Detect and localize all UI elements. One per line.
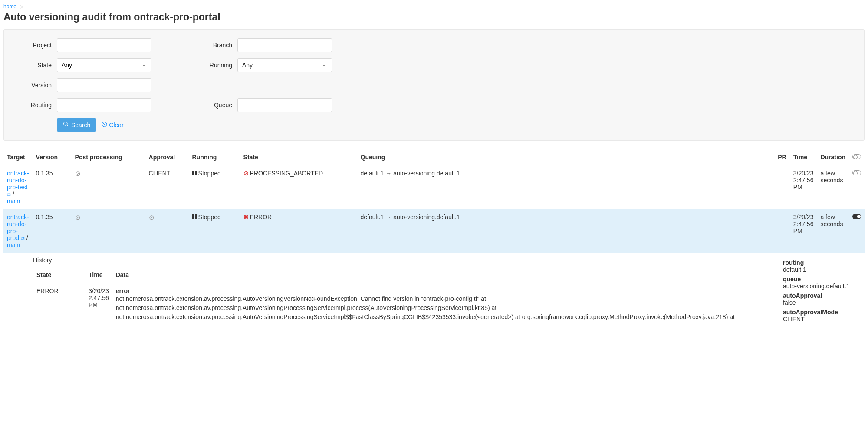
- external-link-icon[interactable]: ⧉: [21, 235, 25, 241]
- version-label: Version: [10, 82, 57, 89]
- target-project-link[interactable]: ontrack-run-do-pro-test: [7, 170, 29, 191]
- col-state: State: [240, 149, 357, 165]
- null-icon: ⊘: [149, 214, 155, 221]
- col-approval: Approval: [145, 149, 189, 165]
- col-version: Version: [33, 149, 72, 165]
- branch-input[interactable]: [237, 38, 332, 52]
- running-text: Stopped: [198, 170, 221, 177]
- routing-label: Routing: [10, 102, 57, 109]
- clear-button-label: Clear: [109, 122, 123, 128]
- running-label: Running: [191, 62, 237, 69]
- routing-input[interactable]: [57, 98, 151, 112]
- svg-line-1: [67, 125, 68, 126]
- cell-version: 0.1.35: [33, 165, 72, 209]
- queuing-right: auto-versioning.default.1: [393, 170, 460, 177]
- null-icon: ⊘: [75, 214, 81, 221]
- routing-detail-label: routing: [783, 259, 861, 266]
- queuing-left: default.1: [361, 170, 384, 177]
- search-button-label: Search: [71, 122, 90, 128]
- error-label: error: [116, 287, 766, 294]
- table-row: ontrack-run-do-pro-test ⧉ / main 0.1.35 …: [3, 165, 865, 209]
- queuing-left: default.1: [361, 214, 384, 221]
- col-target: Target: [3, 149, 33, 165]
- queue-detail-label: queue: [783, 276, 861, 283]
- col-running: Running: [189, 149, 240, 165]
- target-branch-link[interactable]: main: [7, 198, 20, 204]
- cell-duration: a few seconds: [817, 165, 849, 209]
- pause-icon: [192, 214, 197, 219]
- cell-time: 3/20/23 2:47:56 PM: [790, 209, 817, 253]
- running-select[interactable]: Any: [237, 58, 332, 72]
- clear-button[interactable]: Clear: [102, 122, 123, 128]
- cell-duration: a few seconds: [817, 209, 849, 253]
- history-col-state: State: [33, 267, 85, 283]
- arrow-right-icon: →: [385, 214, 391, 221]
- queue-input[interactable]: [237, 98, 332, 112]
- queue-label: Queue: [191, 102, 237, 109]
- toggle-all-icon[interactable]: [852, 154, 861, 159]
- cell-approval: CLIENT: [145, 165, 189, 209]
- queuing-right: auto-versioning.default.1: [393, 214, 460, 221]
- col-pr: PR: [774, 149, 789, 165]
- clear-icon: [102, 122, 107, 128]
- search-panel: Project Branch State Any Running Any Ver…: [3, 29, 865, 141]
- svg-point-0: [64, 122, 67, 125]
- queue-detail-value: auto-versioning.default.1: [783, 283, 861, 290]
- search-button[interactable]: Search: [57, 118, 96, 132]
- branch-label: Branch: [191, 42, 237, 49]
- target-project-link[interactable]: ontrack-run-do-pro-prod: [7, 214, 29, 241]
- history-title: History: [33, 257, 770, 264]
- col-time: Time: [790, 149, 817, 165]
- col-toggle: [849, 149, 865, 165]
- target-branch-link[interactable]: main: [7, 241, 20, 248]
- cell-version: 0.1.35: [33, 209, 72, 253]
- breadcrumb: home ▷: [3, 3, 865, 10]
- col-post-processing: Post processing: [72, 149, 145, 165]
- state-select[interactable]: Any: [57, 58, 151, 72]
- state-label: State: [10, 62, 57, 69]
- aborted-icon: ⊘: [243, 170, 249, 177]
- history-time: 3/20/23 2:47:56 PM: [85, 283, 112, 326]
- cell-time: 3/20/23 2:47:56 PM: [790, 165, 817, 209]
- table-row: ontrack-run-do-pro-prod ⧉ / main 0.1.35 …: [3, 209, 865, 253]
- autoapprovalmode-detail-label: autoApprovalMode: [783, 309, 861, 316]
- autoapproval-detail-value: false: [783, 299, 861, 306]
- routing-detail-value: default.1: [783, 266, 861, 273]
- autoapprovalmode-detail-value: CLIENT: [783, 316, 861, 323]
- arrow-right-icon: →: [385, 170, 391, 177]
- breadcrumb-home[interactable]: home: [3, 3, 16, 10]
- expand-toggle[interactable]: [852, 170, 861, 175]
- external-link-icon[interactable]: ⧉: [7, 191, 11, 198]
- detail-panel: History State Time Data ERROR 3/20/23 2:…: [3, 253, 865, 330]
- pause-icon: [192, 171, 197, 175]
- history-state: ERROR: [33, 283, 85, 326]
- history-col-time: Time: [85, 267, 112, 283]
- autoapproval-detail-label: autoApproval: [783, 292, 861, 299]
- project-label: Project: [10, 42, 57, 49]
- col-duration: Duration: [817, 149, 849, 165]
- results-table: Target Version Post processing Approval …: [3, 149, 865, 253]
- running-text: Stopped: [198, 214, 221, 221]
- breadcrumb-separator-icon: ▷: [20, 3, 23, 10]
- error-text: net.nemerosa.ontrack.extension.av.proces…: [116, 294, 766, 322]
- svg-line-3: [103, 123, 105, 125]
- error-icon: ✖: [243, 214, 249, 221]
- page-title: Auto versioning audit from ontrack-pro-p…: [3, 11, 865, 23]
- history-col-data: Data: [112, 267, 770, 283]
- null-icon: ⊘: [75, 170, 81, 177]
- col-queuing: Queuing: [357, 149, 775, 165]
- version-input[interactable]: [57, 78, 151, 92]
- project-input[interactable]: [57, 38, 151, 52]
- search-icon: [63, 121, 69, 128]
- state-text: ERROR: [250, 214, 272, 221]
- expand-toggle[interactable]: [852, 214, 861, 219]
- state-text: PROCESSING_ABORTED: [250, 170, 323, 177]
